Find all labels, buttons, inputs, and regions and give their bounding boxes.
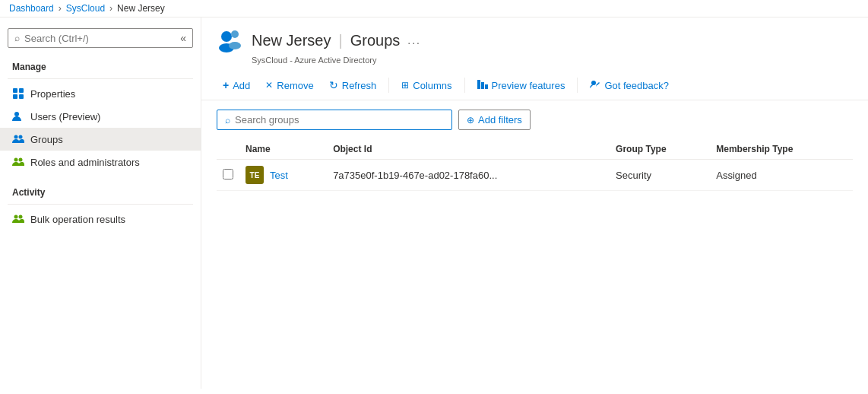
add-button[interactable]: + Add	[217, 75, 256, 95]
row-group-type: Security	[610, 160, 710, 191]
preview-icon	[477, 80, 488, 91]
svg-point-6	[19, 135, 23, 139]
add-filters-label: Add filters	[478, 114, 522, 126]
activity-section-title: Activity	[0, 181, 201, 201]
svg-rect-2	[13, 94, 17, 99]
search-filter-row: ⌕ ⊕ Add filters	[217, 110, 853, 130]
search-icon: ⌕	[14, 33, 20, 43]
toolbar-divider-1	[388, 78, 389, 93]
row-checkbox-cell	[217, 160, 239, 191]
more-options-button[interactable]: ...	[407, 34, 421, 46]
table-row: TE Test 7a735e0f-1b19-467e-ad02-178fa60.…	[217, 160, 853, 191]
page-subtitle: SysCloud - Azure Active Directory	[217, 56, 853, 65]
sidebar-item-bulk[interactable]: Bulk operation results	[0, 208, 201, 230]
breadcrumb-dashboard[interactable]: Dashboard	[9, 3, 54, 14]
sidebar-item-roles[interactable]: Roles and administrators	[0, 151, 201, 173]
page-header: New Jersey | Groups ... SysCloud - Azure…	[201, 17, 868, 71]
svg-point-10	[19, 215, 23, 219]
feedback-button[interactable]: Got feedback?	[584, 76, 675, 95]
manage-divider	[8, 78, 193, 79]
row-name-cell: TE Test	[239, 160, 327, 191]
columns-label: Columns	[413, 80, 451, 91]
table-header: Name Object Id Group Type Membership Typ…	[217, 139, 853, 160]
svg-point-18	[591, 81, 596, 85]
svg-point-12	[231, 30, 239, 38]
preview-features-label: Preview features	[492, 80, 565, 91]
filter-icon: ⊕	[467, 115, 474, 126]
toolbar-divider-3	[577, 78, 578, 93]
content-area: New Jersey | Groups ... SysCloud - Azure…	[201, 17, 868, 389]
sidebar-item-groups-label: Groups	[30, 134, 63, 145]
svg-point-11	[221, 31, 232, 42]
search-groups-input[interactable]	[235, 114, 432, 126]
breadcrumb-sysclod[interactable]: SysCloud	[66, 3, 105, 14]
toolbar: + Add ✕ Remove ↻ Refresh ⊞ Columns	[201, 71, 868, 100]
groups-icon	[12, 133, 24, 145]
svg-rect-17	[485, 84, 488, 89]
add-label: Add	[233, 80, 250, 91]
svg-point-4	[14, 112, 19, 116]
breadcrumb-sep-1: ›	[59, 3, 62, 14]
sidebar-item-groups[interactable]: Groups	[0, 128, 201, 151]
sidebar-item-users[interactable]: Users (Preview)	[0, 105, 201, 128]
remove-button[interactable]: ✕ Remove	[259, 76, 319, 95]
page-title: New Jersey	[252, 32, 331, 49]
roles-icon	[12, 156, 24, 168]
group-avatar: TE	[246, 166, 264, 184]
sidebar-item-users-label: Users (Preview)	[30, 111, 100, 122]
sidebar-search-input[interactable]	[24, 33, 176, 44]
group-avatar-initials: TE	[250, 171, 260, 180]
svg-rect-1	[19, 88, 24, 93]
main-layout: ⌕ « Manage Properties	[0, 17, 868, 389]
users-icon	[12, 110, 24, 122]
table-header-membership-type: Membership Type	[710, 139, 853, 160]
row-checkbox[interactable]	[223, 169, 233, 180]
table-header-group-type: Group Type	[610, 139, 710, 160]
sidebar-item-roles-label: Roles and administrators	[30, 157, 140, 168]
svg-rect-15	[477, 80, 480, 89]
feedback-icon	[590, 80, 600, 91]
search-icon: ⌕	[225, 115, 230, 126]
refresh-button[interactable]: ↻ Refresh	[323, 75, 383, 95]
page-icon	[217, 27, 244, 54]
svg-point-14	[229, 42, 241, 49]
sidebar-collapse-btn[interactable]: «	[180, 32, 186, 44]
sidebar-search-box[interactable]: ⌕ «	[8, 28, 193, 48]
activity-divider	[8, 204, 193, 205]
add-filters-button[interactable]: ⊕ Add filters	[458, 110, 531, 130]
page-title-separator: |	[338, 32, 342, 49]
bulk-icon	[12, 213, 24, 225]
breadcrumb-current: New Jersey	[117, 3, 165, 14]
table-header-name: Name	[239, 139, 327, 160]
refresh-label: Refresh	[342, 80, 377, 91]
sidebar-search-container: ⌕ «	[0, 24, 201, 56]
sidebar: ⌕ « Manage Properties	[0, 17, 201, 389]
preview-features-button[interactable]: Preview features	[471, 76, 572, 95]
page-title-row: New Jersey | Groups ...	[217, 27, 853, 54]
breadcrumb: Dashboard › SysCloud › New Jersey	[0, 0, 868, 17]
breadcrumb-sep-2: ›	[109, 3, 112, 14]
feedback-label: Got feedback?	[604, 80, 669, 91]
groups-table: Name Object Id Group Type Membership Typ…	[217, 139, 853, 191]
group-name-link[interactable]: Test	[270, 170, 288, 181]
table-body: TE Test 7a735e0f-1b19-467e-ad02-178fa60.…	[217, 160, 853, 191]
columns-button[interactable]: ⊞ Columns	[395, 76, 458, 95]
svg-rect-3	[19, 94, 24, 99]
refresh-icon: ↻	[329, 79, 338, 91]
search-box[interactable]: ⌕	[217, 110, 452, 130]
sidebar-item-bulk-label: Bulk operation results	[30, 214, 125, 225]
table-header-checkbox	[217, 139, 239, 160]
svg-point-9	[14, 215, 18, 219]
sidebar-item-properties[interactable]: Properties	[0, 82, 201, 105]
toolbar-divider-2	[464, 78, 465, 93]
svg-rect-0	[13, 88, 17, 93]
svg-point-5	[14, 135, 18, 139]
manage-section-title: Manage	[0, 56, 201, 75]
remove-icon: ✕	[265, 80, 273, 91]
page-title-section: Groups	[350, 32, 401, 49]
row-object-id: 7a735e0f-1b19-467e-ad02-178fa60...	[327, 160, 610, 191]
svg-point-8	[19, 158, 23, 162]
svg-point-7	[14, 158, 18, 162]
add-icon: +	[223, 79, 229, 91]
properties-icon	[12, 87, 24, 100]
